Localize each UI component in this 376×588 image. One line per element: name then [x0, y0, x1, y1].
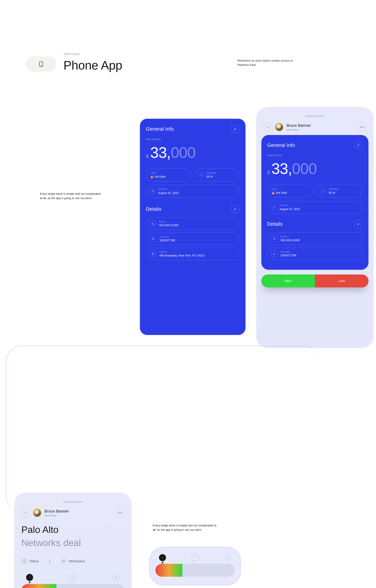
status-progress-bar[interactable] — [156, 564, 235, 577]
address-row[interactable]: Address456 Broadway, New York, NY 10013 — [146, 248, 240, 260]
back-button[interactable]: ← — [263, 123, 272, 131]
status-widget: ✓ 36 D 24 D 48 D — [21, 574, 124, 588]
amount-trail: 000 — [171, 144, 196, 161]
deal-amount: $ 33,000 — [267, 158, 363, 179]
probability-pill[interactable]: probability65 % — [316, 185, 363, 198]
probability-pill[interactable]: probability65 % — [194, 169, 240, 182]
enddate-pill[interactable]: End DateAugust 31, 2022 — [146, 185, 240, 198]
flag-icon — [272, 205, 277, 210]
owner-role: Deal Owner — [286, 128, 311, 131]
header-description: Refreshed as never before mobile version… — [237, 59, 296, 67]
pin-icon — [150, 251, 156, 257]
probability-label: probability — [207, 171, 216, 174]
brand-label: Aftermatch — [63, 52, 122, 56]
stage-marker-current[interactable] — [191, 554, 198, 561]
owner-role: Deal Owner — [44, 514, 69, 517]
phone-row[interactable]: Phone555-555-01095 — [267, 233, 363, 245]
svg-point-4 — [227, 557, 228, 558]
probability-value: 65 % — [329, 191, 338, 195]
label-caption: Label — [272, 188, 287, 191]
tab-workspace[interactable]: Workspace — [61, 556, 85, 566]
header-app-icon — [26, 56, 56, 72]
address-value: 456 Broadway, New York, NY 10013 — [159, 254, 205, 257]
tab-workspace-label: Workspace — [69, 559, 85, 563]
id-row[interactable]: Id Number3254377788 — [146, 233, 240, 245]
workspace-icon — [61, 558, 67, 564]
deal-amount-label: Deal Amount — [267, 154, 363, 157]
enddate-pill[interactable]: End DateAugust 31, 2022 — [267, 201, 363, 214]
won-lost-buttons: Won Lost — [261, 275, 368, 288]
deal-name-main: Palo Alto — [21, 524, 59, 535]
won-button[interactable]: Won — [261, 275, 315, 288]
edit-details-button[interactable] — [354, 220, 363, 228]
id-row[interactable]: Id Number3254377788 — [267, 248, 363, 260]
id-label: Id Number — [159, 235, 175, 238]
probability-label: probability — [329, 188, 338, 191]
tab-status-label: Status — [29, 559, 39, 563]
phone-icon — [150, 221, 156, 227]
phone-row[interactable]: Phone555-555-01095 — [146, 217, 240, 230]
gauge-icon — [198, 172, 204, 178]
owner-name: Bruce Banner — [286, 123, 311, 128]
progress-segment-done — [21, 584, 56, 588]
status-progress-bar[interactable] — [21, 584, 124, 588]
amount-lead: 33, — [272, 160, 292, 177]
probability-value: 65 % — [207, 175, 216, 179]
status-widget-zoom: ✓ — [149, 547, 241, 585]
label-value: 🔥 Hot Deal — [272, 191, 287, 195]
caption-block-1: Every single block is simple and not com… — [40, 192, 104, 200]
label-pill[interactable]: Label🔥 Hot Deal — [267, 185, 313, 198]
label-caption: Label — [150, 171, 166, 174]
owner-name: Bruce Banner — [44, 508, 69, 514]
info-icon: ⓘ — [21, 558, 27, 564]
phone-value: 555-555-01095 — [281, 238, 300, 242]
progress-segment-open — [90, 584, 124, 588]
hash-icon — [150, 235, 156, 242]
deal-amount: $ 33,000 — [146, 142, 240, 163]
phone-notch — [305, 115, 325, 117]
general-info-title: General Info — [146, 126, 174, 133]
deal-amount-label: Deal Amount — [146, 138, 240, 141]
currency-symbol: $ — [146, 153, 148, 160]
phone-mockup-2: ← Bruce Banner Deal Owner Palo Alto Netw… — [14, 493, 132, 588]
connector-line-1 — [6, 346, 320, 513]
lost-button[interactable]: Lost — [315, 275, 368, 288]
back-button[interactable]: ← — [21, 509, 30, 517]
phone-label: Phone — [281, 235, 300, 238]
edit-button[interactable] — [354, 141, 363, 150]
page-title: Phone App — [63, 57, 122, 74]
enddate-value: August 31, 2022 — [158, 191, 179, 195]
phone-notch — [63, 501, 83, 503]
more-button[interactable] — [116, 509, 124, 517]
gauge-icon — [321, 189, 326, 194]
phone-icon — [271, 235, 278, 242]
more-button[interactable] — [358, 123, 366, 131]
stage-marker-current[interactable] — [69, 574, 76, 581]
tab-status[interactable]: ⓘStatus — [21, 556, 39, 566]
general-info-card: General Info Deal Amount $ 33,000 Label🔥… — [140, 119, 246, 335]
label-pill[interactable]: Label🔥 Hot Deal — [146, 169, 191, 182]
enddate-value: August 31, 2022 — [279, 207, 300, 211]
currency-symbol: $ — [267, 169, 270, 176]
svg-point-0 — [153, 253, 153, 254]
stage-marker-done[interactable]: ✓ — [159, 554, 166, 561]
deal-title: Palo Alto Networks deal — [21, 523, 124, 549]
phone-mockup-1: ← Bruce Banner Deal Owner General Info D… — [256, 107, 374, 348]
amount-trail: 000 — [292, 160, 317, 177]
owner-avatar[interactable] — [275, 123, 283, 131]
id-label: Id Number — [281, 250, 296, 253]
stage-marker-done[interactable]: ✓ — [26, 574, 33, 581]
general-info-card-in-phone: General Info Deal Amount $ 33,000 Label🔥… — [261, 135, 368, 270]
edit-button[interactable] — [231, 125, 240, 133]
owner-avatar[interactable] — [33, 509, 41, 517]
caption-block-2: Every single block is simple and not com… — [153, 523, 219, 532]
edit-details-button[interactable] — [231, 205, 240, 214]
tab-divider: | — [49, 557, 50, 565]
flag-icon — [150, 189, 156, 194]
id-value: 3254377788 — [159, 238, 175, 242]
enddate-label: End Date — [158, 188, 179, 191]
stage-marker-future[interactable] — [224, 554, 231, 561]
stage-marker-future[interactable] — [113, 574, 120, 581]
details-title: Details — [146, 206, 161, 213]
svg-point-2 — [115, 577, 117, 578]
